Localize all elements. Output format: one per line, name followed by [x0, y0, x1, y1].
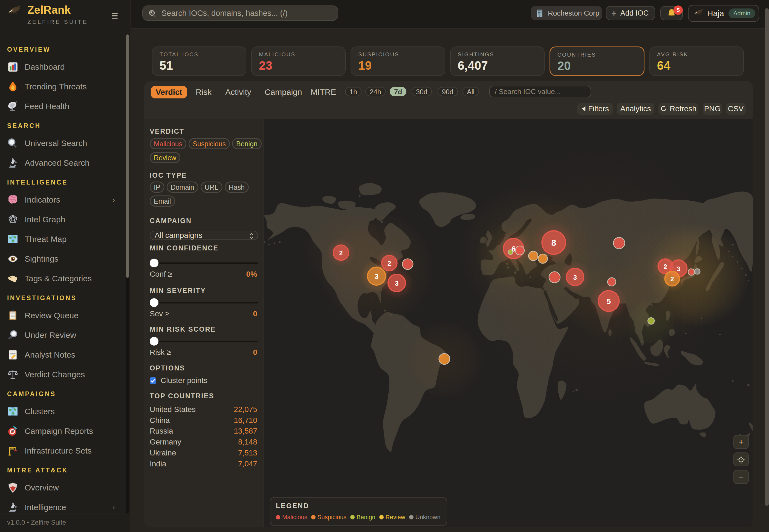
- svg-text:5: 5: [607, 297, 611, 306]
- svg-text:6: 6: [511, 245, 516, 253]
- svg-text:8: 8: [551, 238, 556, 248]
- svg-text:2: 2: [670, 275, 674, 283]
- svg-text:3: 3: [395, 280, 398, 287]
- svg-text:2: 2: [339, 249, 343, 257]
- svg-text:2: 2: [664, 263, 667, 270]
- svg-text:2: 2: [388, 260, 391, 267]
- svg-text:3: 3: [375, 272, 378, 280]
- svg-text:3: 3: [573, 274, 577, 281]
- svg-text:3: 3: [677, 265, 680, 273]
